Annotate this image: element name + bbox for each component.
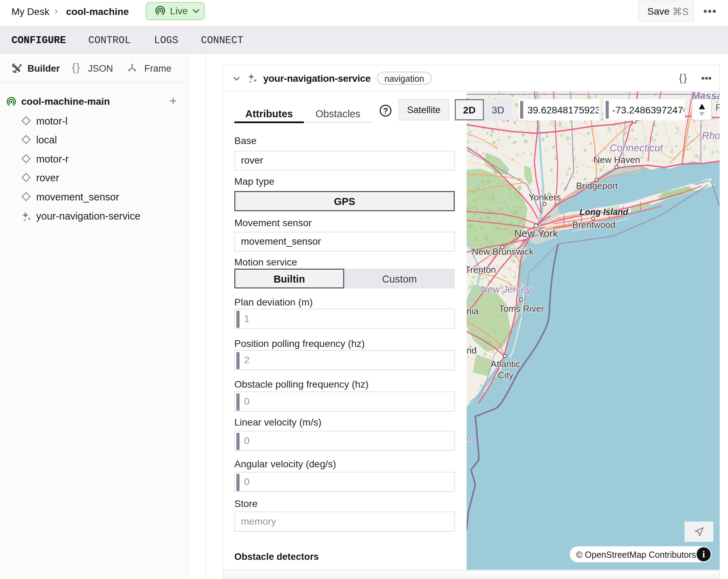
svg-text:City: City [498, 370, 513, 380]
svg-text:New Brunswick: New Brunswick [472, 246, 534, 257]
svg-text:New Haven: New Haven [593, 154, 640, 165]
svg-text:nia: nia [467, 306, 479, 316]
svg-text:Brentwood: Brentwood [572, 220, 615, 230]
svg-text:New York: New York [514, 228, 559, 239]
svg-text:Rhod: Rhod [702, 130, 720, 141]
svg-text:New Jersey: New Jersey [480, 284, 532, 295]
svg-text:Toms River: Toms River [499, 303, 544, 314]
svg-text:n: n [467, 433, 471, 443]
svg-text:Trenton: Trenton [467, 264, 496, 275]
svg-text:nd: nd [467, 345, 477, 356]
svg-text:Yonkers: Yonkers [529, 192, 561, 203]
svg-text:Atlantic: Atlantic [491, 359, 520, 369]
svg-text:Connecticut: Connecticut [609, 142, 663, 153]
svg-text:Long Island: Long Island [580, 207, 629, 217]
svg-text:Pro: Pro [715, 102, 720, 113]
svg-text:Bridgeport: Bridgeport [576, 181, 618, 191]
